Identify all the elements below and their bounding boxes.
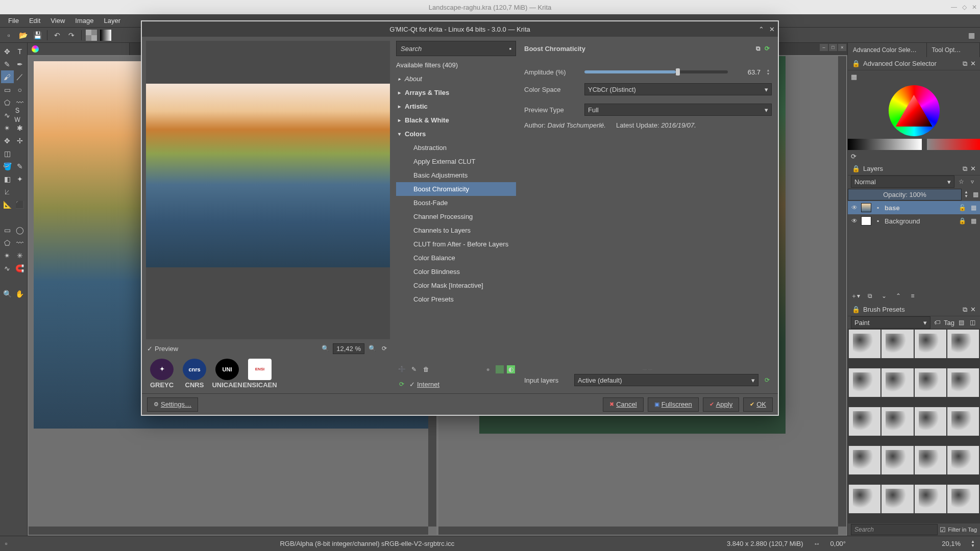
sel-bezier-tool-icon[interactable]: ∿ <box>1 262 14 274</box>
tree-filter-item[interactable]: Color Presets <box>396 292 516 306</box>
brush-preset-grid[interactable] <box>848 329 980 523</box>
open-file-icon[interactable]: 📂 <box>17 30 29 41</box>
apply-button[interactable]: ✔Apply <box>703 397 740 412</box>
polygon-tool-icon[interactable]: ⬠ <box>1 96 14 109</box>
float-icon[interactable]: ⧉ <box>963 165 967 173</box>
tree-category[interactable]: Arrays & Tiles <box>396 86 516 99</box>
view-mode-icon[interactable]: ▤ <box>957 318 966 327</box>
tree-filter-item[interactable]: Color Mask [Interactive] <box>396 279 516 292</box>
filter-icon[interactable]: ▿ <box>968 177 977 186</box>
blend-fav-icon[interactable]: ☆ <box>957 177 966 186</box>
document-tab[interactable] <box>28 43 130 55</box>
lock-icon[interactable]: 🔒 <box>852 306 860 313</box>
colorspace-combo[interactable]: YCbCr (Distinct)▾ <box>584 83 772 95</box>
dialog-close-icon[interactable]: ✕ <box>769 26 775 33</box>
workspace-icon[interactable]: ▦ <box>966 30 977 41</box>
freehand-tool-icon[interactable]: ＳＷ <box>14 109 27 121</box>
close-panel-icon[interactable]: ✕ <box>970 306 976 313</box>
brush-preset[interactable] <box>849 407 880 436</box>
tag-icon[interactable]: 🏷 <box>933 318 942 327</box>
move-tool-icon[interactable]: ✥ <box>1 45 14 58</box>
brush-tag-combo[interactable]: Paint▾ <box>851 316 930 329</box>
window-close-icon[interactable]: ✕ <box>972 4 977 11</box>
brush-preset[interactable] <box>947 485 979 513</box>
float-icon[interactable]: ⧉ <box>963 60 967 68</box>
float-icon[interactable]: ⧉ <box>963 306 967 314</box>
status-zoom[interactable]: 20,1% <box>942 540 961 547</box>
tree-filter-item[interactable]: CLUT from After - Before Layers <box>396 237 516 251</box>
alpha-icon[interactable]: ▦ <box>969 203 978 212</box>
brush-search-input[interactable]: Search <box>851 524 938 535</box>
line-tool-icon[interactable]: ／ <box>14 70 27 83</box>
tree-filter-item[interactable]: Color Balance <box>396 251 516 265</box>
brush-preset[interactable] <box>915 407 946 436</box>
sel-poly-tool-icon[interactable]: ⬠ <box>1 236 14 249</box>
lock-icon[interactable]: 🔒 <box>958 216 967 226</box>
dynbrush-tool-icon[interactable]: ✴ <box>1 121 14 134</box>
lock-icon[interactable]: 🔒 <box>852 165 860 172</box>
internet-checkbox[interactable]: ✓Internet <box>409 381 439 388</box>
input-layers-combo[interactable]: Active (default)▾ <box>574 374 758 386</box>
copy-command-icon[interactable]: ⧉ <box>753 44 763 53</box>
gradient-icon[interactable] <box>100 30 111 41</box>
opacity-slider[interactable]: Opacity: 100% <box>848 189 962 201</box>
menu-edit[interactable]: Edit <box>24 15 45 27</box>
sel-magnet-tool-icon[interactable]: 🧲 <box>14 262 27 274</box>
lock-alpha-icon[interactable]: ▦ <box>971 190 980 199</box>
new-file-icon[interactable]: ▫ <box>3 30 14 41</box>
gmic-preview-image[interactable] <box>146 41 390 339</box>
assist-tool-icon[interactable]: ⟀ <box>1 185 14 198</box>
sel-free-tool-icon[interactable]: 〰 <box>14 236 27 249</box>
properties-icon[interactable]: ≡ <box>908 291 917 300</box>
status-pointer-icon[interactable]: ↔ <box>814 540 820 547</box>
tree-filter-item[interactable]: Channel Processing <box>396 210 516 223</box>
undo-icon[interactable]: ↶ <box>52 30 63 41</box>
brush-preset[interactable] <box>915 368 946 397</box>
fill-tool-icon[interactable]: 🪣 <box>1 160 14 172</box>
smartpatch-tool-icon[interactable]: ✦ <box>14 172 27 185</box>
zoom-out-icon[interactable]: 🔍 <box>321 344 330 353</box>
lock-icon[interactable]: 🔒 <box>852 60 860 67</box>
menu-layer[interactable]: Layer <box>99 15 126 27</box>
tree-filter-item-selected[interactable]: Boost Chromaticity <box>396 182 516 196</box>
ellipse-tool-icon[interactable]: ○ <box>14 83 27 96</box>
tree-filter-item[interactable]: Channels to Layers <box>396 223 516 237</box>
visibility-normal-icon[interactable] <box>496 365 504 373</box>
add-fave-icon[interactable]: ➕ <box>397 365 406 374</box>
delete-fave-icon[interactable]: 🗑 <box>422 365 431 374</box>
refresh-preview-icon[interactable]: ⟳ <box>380 344 389 353</box>
brush-preset[interactable] <box>915 485 946 513</box>
tree-category[interactable]: Black & White <box>396 113 516 127</box>
move-up-icon[interactable]: ⌃ <box>894 291 903 300</box>
scrollbar-horizontal[interactable] <box>29 527 428 535</box>
grid-icon[interactable]: ▦ <box>851 73 857 81</box>
layer-name[interactable]: base <box>885 204 955 212</box>
sel-rect-tool-icon[interactable]: ▭ <box>1 223 14 236</box>
brush-preset[interactable] <box>947 446 979 474</box>
move-layer-tool-icon[interactable]: ✢ <box>14 134 27 147</box>
clear-search-icon[interactable]: ▪ <box>509 45 511 53</box>
visibility-plain-icon[interactable]: ● <box>483 365 493 374</box>
subwindow-maximize-icon[interactable]: □ <box>829 44 837 51</box>
spinner-icon[interactable]: ▲▼ <box>962 190 971 199</box>
refresh-inputlayers-icon[interactable]: ⟳ <box>763 375 772 385</box>
preview-checkbox[interactable]: ✓Preview <box>147 345 178 353</box>
checkbox-icon[interactable]: ☑ <box>940 526 946 534</box>
scrollbar-vertical[interactable] <box>838 56 846 527</box>
tree-filter-item[interactable]: Apply External CLUT <box>396 155 516 168</box>
selection-mode-icon[interactable]: ▫ <box>5 540 8 547</box>
brush-preset[interactable] <box>881 368 913 397</box>
tree-filter-item[interactable]: Color Blindness <box>396 265 516 279</box>
amplitude-slider[interactable] <box>584 70 728 73</box>
brush-preset[interactable] <box>915 446 946 474</box>
tree-filter-item[interactable]: Abstraction <box>396 141 516 155</box>
preview-zoom-value[interactable]: 12,42 % <box>333 343 364 354</box>
shape-edit-tool-icon[interactable]: ✎ <box>1 58 14 70</box>
tree-filter-item[interactable]: Boost-Fade <box>396 196 516 210</box>
pan-tool-icon[interactable]: ✋ <box>14 287 27 300</box>
brush-preset[interactable] <box>947 368 979 397</box>
pattern-icon[interactable] <box>86 30 97 41</box>
tree-category-about[interactable]: About <box>396 72 516 86</box>
menu-image[interactable]: Image <box>70 15 99 27</box>
layer-row[interactable]: 👁 ▪ base 🔓 ▦ <box>848 201 980 214</box>
